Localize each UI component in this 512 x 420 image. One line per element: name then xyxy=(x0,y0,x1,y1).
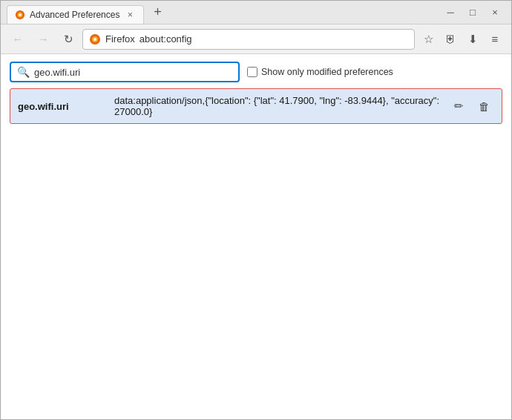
firefox-logo-icon xyxy=(89,33,101,45)
menu-icon[interactable]: ≡ xyxy=(485,29,505,50)
title-bar: Advanced Preferences × + ─ □ × xyxy=(1,1,511,24)
show-modified-label: Show only modified preferences xyxy=(261,67,393,77)
address-bar[interactable]: Firefox about:config xyxy=(82,29,415,50)
tab-strip: Advanced Preferences × + xyxy=(1,1,440,24)
maximize-button[interactable]: □ xyxy=(462,2,483,23)
preference-name: geo.wifi.uri xyxy=(18,101,107,112)
nav-icons: ☆ ⛨ ⬇ ≡ xyxy=(418,29,505,50)
new-tab-button[interactable]: + xyxy=(147,2,168,23)
refresh-button[interactable]: ↻ xyxy=(57,28,79,50)
address-url: about:config xyxy=(140,33,192,45)
show-modified-checkbox-wrap: Show only modified preferences xyxy=(247,67,393,77)
preference-actions: ✏ 🗑 xyxy=(448,96,494,117)
page-content: 🔍 Show only modified preferences geo.wif… xyxy=(1,54,511,419)
back-button[interactable]: ← xyxy=(7,28,29,50)
shield-icon[interactable]: ⛨ xyxy=(440,29,461,50)
forward-button[interactable]: → xyxy=(32,28,54,50)
download-icon[interactable]: ⬇ xyxy=(462,29,483,50)
preference-row: geo.wifi.uri data:application/json,{"loc… xyxy=(10,88,502,124)
edit-preference-button[interactable]: ✏ xyxy=(448,96,469,117)
close-button[interactable]: × xyxy=(485,2,505,23)
delete-preference-button[interactable]: 🗑 xyxy=(473,96,494,117)
window-controls: ─ □ × xyxy=(440,1,511,24)
preference-value: data:application/json,{"location": {"lat… xyxy=(114,95,441,117)
nav-bar: ← → ↻ Firefox about:config ☆ ⛨ ⬇ ≡ xyxy=(1,24,511,54)
search-input[interactable] xyxy=(34,67,232,78)
search-icon: 🔍 xyxy=(17,66,30,78)
address-label: Firefox xyxy=(105,33,135,45)
active-tab[interactable]: Advanced Preferences × xyxy=(7,5,144,24)
search-bar: 🔍 Show only modified preferences xyxy=(10,62,502,82)
minimize-button[interactable]: ─ xyxy=(440,2,461,23)
tab-title: Advanced Preferences xyxy=(30,10,119,20)
search-input-wrap[interactable]: 🔍 xyxy=(10,62,240,82)
bookmark-icon[interactable]: ☆ xyxy=(418,29,439,50)
tab-close-button[interactable]: × xyxy=(124,9,136,21)
tab-favicon-icon xyxy=(15,10,25,20)
show-modified-checkbox[interactable] xyxy=(247,67,257,77)
svg-point-5 xyxy=(93,38,96,41)
browser-window: Advanced Preferences × + ─ □ × ← → ↻ Fir… xyxy=(0,0,512,420)
svg-point-2 xyxy=(19,13,22,16)
